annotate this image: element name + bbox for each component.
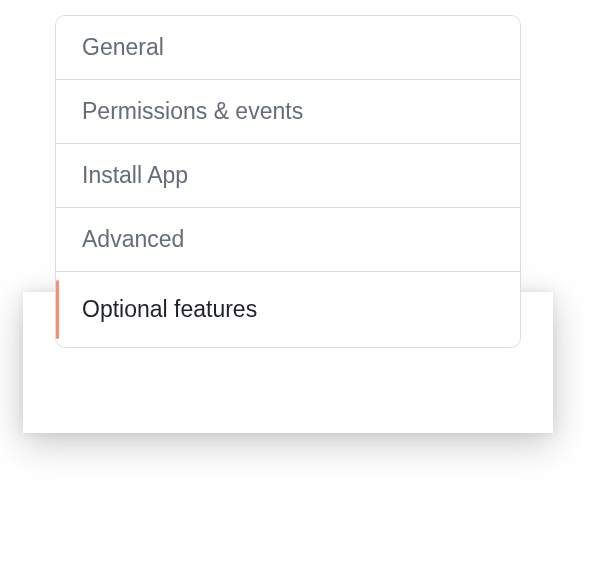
nav-item-label: Advanced — [82, 226, 494, 253]
nav-item-optional-features[interactable]: Optional features — [56, 272, 520, 347]
nav-item-advanced[interactable]: Advanced — [56, 208, 520, 272]
nav-item-label: Permissions & events — [82, 98, 494, 125]
nav-item-install-app[interactable]: Install App — [56, 144, 520, 208]
nav-item-label: General — [82, 34, 494, 61]
nav-item-label: Optional features — [82, 296, 494, 323]
settings-nav: General Permissions & events Install App… — [55, 15, 521, 348]
nav-item-label: Install App — [82, 162, 494, 189]
nav-item-permissions[interactable]: Permissions & events — [56, 80, 520, 144]
nav-item-general[interactable]: General — [56, 16, 520, 80]
